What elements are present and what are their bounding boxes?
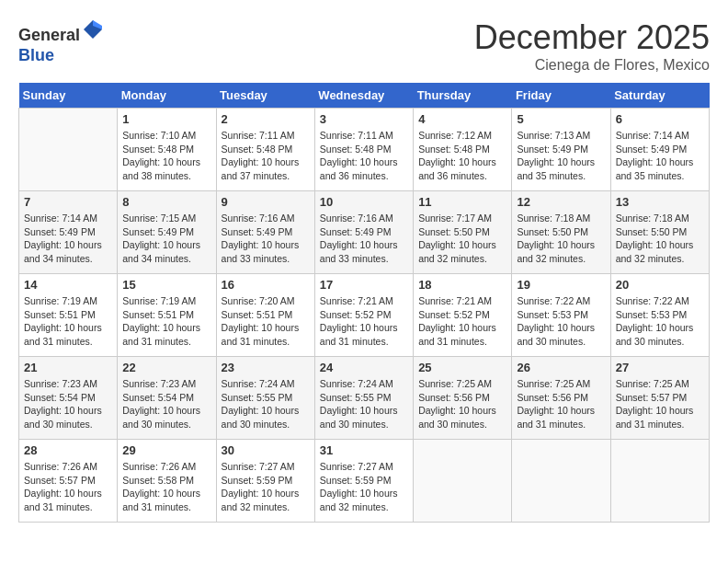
calendar-cell: 4Sunrise: 7:12 AM Sunset: 5:48 PM Daylig… <box>414 109 512 191</box>
day-number: 18 <box>418 278 506 292</box>
header-tuesday: Tuesday <box>216 83 314 109</box>
day-number: 2 <box>222 112 310 126</box>
calendar-cell: 8Sunrise: 7:15 AM Sunset: 5:49 PM Daylig… <box>118 191 216 274</box>
day-number: 26 <box>517 361 605 374</box>
calendar-cell: 16Sunrise: 7:20 AM Sunset: 5:51 PM Dayli… <box>216 274 314 357</box>
calendar-cell: 13Sunrise: 7:18 AM Sunset: 5:50 PM Dayli… <box>610 191 709 274</box>
calendar-cell: 7Sunrise: 7:14 AM Sunset: 5:49 PM Daylig… <box>19 191 118 274</box>
day-info: Sunrise: 7:14 AM Sunset: 5:49 PM Dayligh… <box>616 129 704 183</box>
calendar-cell: 14Sunrise: 7:19 AM Sunset: 5:51 PM Dayli… <box>19 274 118 357</box>
calendar-cell <box>512 440 610 523</box>
day-number: 19 <box>517 278 605 292</box>
day-info: Sunrise: 7:13 AM Sunset: 5:49 PM Dayligh… <box>517 129 605 183</box>
day-info: Sunrise: 7:19 AM Sunset: 5:51 PM Dayligh… <box>24 294 112 349</box>
day-number: 8 <box>122 195 210 209</box>
day-number: 22 <box>122 361 210 374</box>
day-info: Sunrise: 7:14 AM Sunset: 5:49 PM Dayligh… <box>24 212 112 266</box>
day-number: 4 <box>418 112 506 126</box>
title-block: December 2025 Cienega de Flores, Mexico <box>474 18 710 74</box>
calendar-cell: 1Sunrise: 7:10 AM Sunset: 5:48 PM Daylig… <box>118 109 216 191</box>
day-number: 5 <box>517 112 605 126</box>
day-number: 13 <box>616 195 704 209</box>
calendar-cell: 22Sunrise: 7:23 AM Sunset: 5:54 PM Dayli… <box>118 357 216 440</box>
day-number: 17 <box>320 278 408 292</box>
day-info: Sunrise: 7:19 AM Sunset: 5:51 PM Dayligh… <box>122 294 210 349</box>
logo: General Blue <box>18 18 104 65</box>
day-number: 10 <box>320 195 408 209</box>
calendar-cell: 31Sunrise: 7:27 AM Sunset: 5:59 PM Dayli… <box>314 440 413 523</box>
day-info: Sunrise: 7:20 AM Sunset: 5:51 PM Dayligh… <box>222 294 310 349</box>
day-info: Sunrise: 7:22 AM Sunset: 5:53 PM Dayligh… <box>616 294 704 349</box>
day-number: 30 <box>222 443 310 457</box>
logo-blue: Blue <box>18 46 54 64</box>
calendar-cell <box>610 440 709 523</box>
calendar-cell: 25Sunrise: 7:25 AM Sunset: 5:56 PM Dayli… <box>414 357 512 440</box>
calendar-table: SundayMondayTuesdayWednesdayThursdayFrid… <box>18 83 710 523</box>
calendar-cell: 24Sunrise: 7:24 AM Sunset: 5:55 PM Dayli… <box>314 357 413 440</box>
day-number: 3 <box>320 112 408 126</box>
day-info: Sunrise: 7:25 AM Sunset: 5:56 PM Dayligh… <box>517 377 605 431</box>
calendar-cell: 29Sunrise: 7:26 AM Sunset: 5:58 PM Dayli… <box>118 440 216 523</box>
calendar-cell: 20Sunrise: 7:22 AM Sunset: 5:53 PM Dayli… <box>610 274 709 357</box>
day-info: Sunrise: 7:22 AM Sunset: 5:53 PM Dayligh… <box>517 294 605 349</box>
header-monday: Monday <box>118 83 216 109</box>
location: Cienega de Flores, Mexico <box>474 57 710 74</box>
day-number: 12 <box>517 195 605 209</box>
day-info: Sunrise: 7:25 AM Sunset: 5:56 PM Dayligh… <box>418 377 506 431</box>
day-number: 20 <box>616 278 704 292</box>
calendar-cell: 18Sunrise: 7:21 AM Sunset: 5:52 PM Dayli… <box>414 274 512 357</box>
calendar-cell: 2Sunrise: 7:11 AM Sunset: 5:48 PM Daylig… <box>216 109 314 191</box>
calendar-cell: 21Sunrise: 7:23 AM Sunset: 5:54 PM Dayli… <box>19 357 118 440</box>
day-number: 14 <box>24 278 112 292</box>
day-info: Sunrise: 7:15 AM Sunset: 5:49 PM Dayligh… <box>122 212 210 266</box>
month-title: December 2025 <box>474 18 710 57</box>
header-saturday: Saturday <box>610 83 709 109</box>
calendar-cell: 11Sunrise: 7:17 AM Sunset: 5:50 PM Dayli… <box>414 191 512 274</box>
day-number: 15 <box>122 278 210 292</box>
day-number: 11 <box>418 195 506 209</box>
day-info: Sunrise: 7:11 AM Sunset: 5:48 PM Dayligh… <box>320 129 408 183</box>
day-number: 28 <box>24 443 112 457</box>
page-header: General Blue December 2025 Cienega de Fl… <box>18 18 710 74</box>
calendar-cell: 23Sunrise: 7:24 AM Sunset: 5:55 PM Dayli… <box>216 357 314 440</box>
day-info: Sunrise: 7:18 AM Sunset: 5:50 PM Dayligh… <box>616 212 704 266</box>
day-number: 1 <box>122 112 210 126</box>
calendar-cell: 17Sunrise: 7:21 AM Sunset: 5:52 PM Dayli… <box>314 274 413 357</box>
day-info: Sunrise: 7:16 AM Sunset: 5:49 PM Dayligh… <box>320 212 408 266</box>
calendar-cell: 6Sunrise: 7:14 AM Sunset: 5:49 PM Daylig… <box>610 109 709 191</box>
calendar-header-row: SundayMondayTuesdayWednesdayThursdayFrid… <box>19 83 710 109</box>
week-row-5: 28Sunrise: 7:26 AM Sunset: 5:57 PM Dayli… <box>19 440 710 523</box>
day-number: 9 <box>222 195 310 209</box>
calendar-cell: 19Sunrise: 7:22 AM Sunset: 5:53 PM Dayli… <box>512 274 610 357</box>
day-info: Sunrise: 7:11 AM Sunset: 5:48 PM Dayligh… <box>222 129 310 183</box>
calendar-cell: 27Sunrise: 7:25 AM Sunset: 5:57 PM Dayli… <box>610 357 709 440</box>
day-info: Sunrise: 7:23 AM Sunset: 5:54 PM Dayligh… <box>122 377 210 431</box>
day-info: Sunrise: 7:12 AM Sunset: 5:48 PM Dayligh… <box>418 129 506 183</box>
header-friday: Friday <box>512 83 610 109</box>
day-info: Sunrise: 7:27 AM Sunset: 5:59 PM Dayligh… <box>320 460 408 514</box>
day-info: Sunrise: 7:27 AM Sunset: 5:59 PM Dayligh… <box>222 460 310 514</box>
calendar-cell: 5Sunrise: 7:13 AM Sunset: 5:49 PM Daylig… <box>512 109 610 191</box>
day-number: 31 <box>320 443 408 457</box>
calendar-cell: 30Sunrise: 7:27 AM Sunset: 5:59 PM Dayli… <box>216 440 314 523</box>
calendar-cell <box>19 109 118 191</box>
logo-general: General <box>18 26 80 44</box>
day-number: 16 <box>222 278 310 292</box>
day-info: Sunrise: 7:17 AM Sunset: 5:50 PM Dayligh… <box>418 212 506 266</box>
day-number: 6 <box>616 112 704 126</box>
header-wednesday: Wednesday <box>314 83 413 109</box>
calendar-cell: 9Sunrise: 7:16 AM Sunset: 5:49 PM Daylig… <box>216 191 314 274</box>
day-info: Sunrise: 7:26 AM Sunset: 5:57 PM Dayligh… <box>24 460 112 514</box>
logo-icon <box>82 18 104 40</box>
calendar-cell: 15Sunrise: 7:19 AM Sunset: 5:51 PM Dayli… <box>118 274 216 357</box>
calendar-cell: 28Sunrise: 7:26 AM Sunset: 5:57 PM Dayli… <box>19 440 118 523</box>
week-row-1: 1Sunrise: 7:10 AM Sunset: 5:48 PM Daylig… <box>19 109 710 191</box>
day-number: 25 <box>418 361 506 374</box>
calendar-cell: 10Sunrise: 7:16 AM Sunset: 5:49 PM Dayli… <box>314 191 413 274</box>
day-info: Sunrise: 7:21 AM Sunset: 5:52 PM Dayligh… <box>320 294 408 349</box>
day-info: Sunrise: 7:18 AM Sunset: 5:50 PM Dayligh… <box>517 212 605 266</box>
calendar-cell: 26Sunrise: 7:25 AM Sunset: 5:56 PM Dayli… <box>512 357 610 440</box>
day-info: Sunrise: 7:24 AM Sunset: 5:55 PM Dayligh… <box>222 377 310 431</box>
week-row-4: 21Sunrise: 7:23 AM Sunset: 5:54 PM Dayli… <box>19 357 710 440</box>
day-info: Sunrise: 7:10 AM Sunset: 5:48 PM Dayligh… <box>122 129 210 183</box>
